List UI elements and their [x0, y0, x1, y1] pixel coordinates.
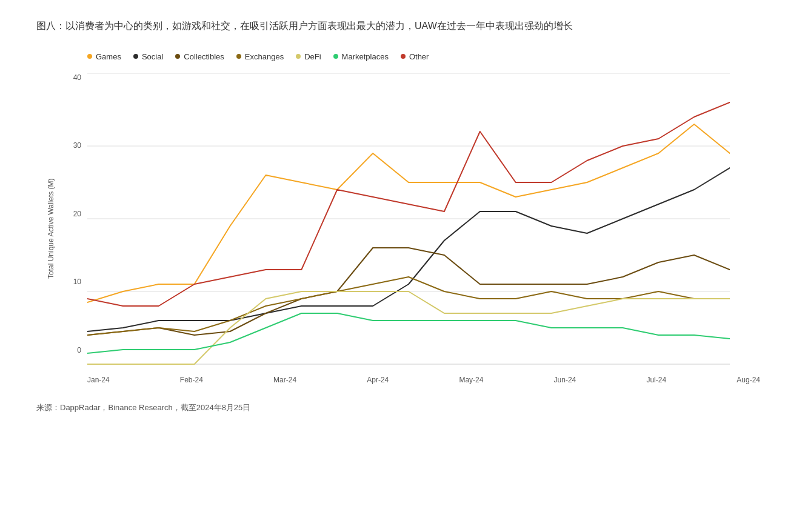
legend-label-social: Social — [142, 52, 163, 61]
x-label-aug: Aug-24 — [737, 376, 760, 384]
legend-item-games: Games — [87, 52, 121, 61]
y-axis-label: Total Unique Active Wallets (M) — [45, 73, 57, 384]
x-label-jan: Jan-24 — [87, 376, 110, 384]
chart-area: Total Unique Active Wallets (M) 40 30 20… — [45, 73, 760, 384]
exchanges-dot — [236, 54, 241, 59]
legend-label-marketplaces: Marketplaces — [342, 52, 389, 61]
page-title: 图八：以消费者为中心的类别，如游戏和社交，在吸引活跃用户方面表现出最大的潜力，U… — [36, 18, 582, 34]
y-label-40: 40 — [73, 73, 84, 82]
y-label-30: 30 — [73, 141, 84, 150]
defi-dot — [296, 54, 301, 59]
chart-container: Games Social Collectibles Exchanges DeFi… — [45, 52, 760, 384]
x-label-may: May-24 — [459, 376, 483, 384]
legend-item-defi: DeFi — [296, 52, 321, 61]
legend-label-defi: DeFi — [304, 52, 321, 61]
y-label-10: 10 — [73, 278, 84, 286]
legend-item-exchanges: Exchanges — [236, 52, 284, 61]
legend-item-social: Social — [133, 52, 163, 61]
x-label-mar: Mar-24 — [273, 376, 296, 384]
y-label-20: 20 — [73, 210, 84, 218]
marketplaces-dot — [333, 54, 338, 59]
other-dot — [401, 54, 406, 59]
x-label-feb: Feb-24 — [180, 376, 203, 384]
x-label-jun: Jun-24 — [554, 376, 576, 384]
y-label-0: 0 — [77, 346, 84, 354]
y-labels: 40 30 20 10 0 — [63, 73, 84, 354]
collectibles-dot — [175, 54, 180, 59]
legend-label-collectibles: Collectibles — [184, 52, 224, 61]
legend-label-games: Games — [96, 52, 121, 61]
x-label-apr: Apr-24 — [367, 376, 389, 384]
legend-item-other: Other — [401, 52, 429, 61]
chart-legend: Games Social Collectibles Exchanges DeFi… — [87, 52, 760, 61]
legend-item-collectibles: Collectibles — [175, 52, 224, 61]
chart-svg — [87, 73, 730, 370]
x-label-jul: Jul-24 — [646, 376, 666, 384]
source-text: 来源：DappRadar，Binance Research，截至2024年8月2… — [36, 402, 769, 413]
social-dot — [133, 54, 138, 59]
grid-area: 40 30 20 10 0 — [63, 73, 760, 373]
x-labels: Jan-24 Feb-24 Mar-24 Apr-24 May-24 Jun-2… — [87, 376, 760, 384]
legend-item-marketplaces: Marketplaces — [333, 52, 389, 61]
chart-inner: 40 30 20 10 0 Jan-24 — [63, 73, 760, 384]
legend-label-other: Other — [409, 52, 429, 61]
legend-label-exchanges: Exchanges — [245, 52, 284, 61]
games-dot — [87, 54, 92, 59]
